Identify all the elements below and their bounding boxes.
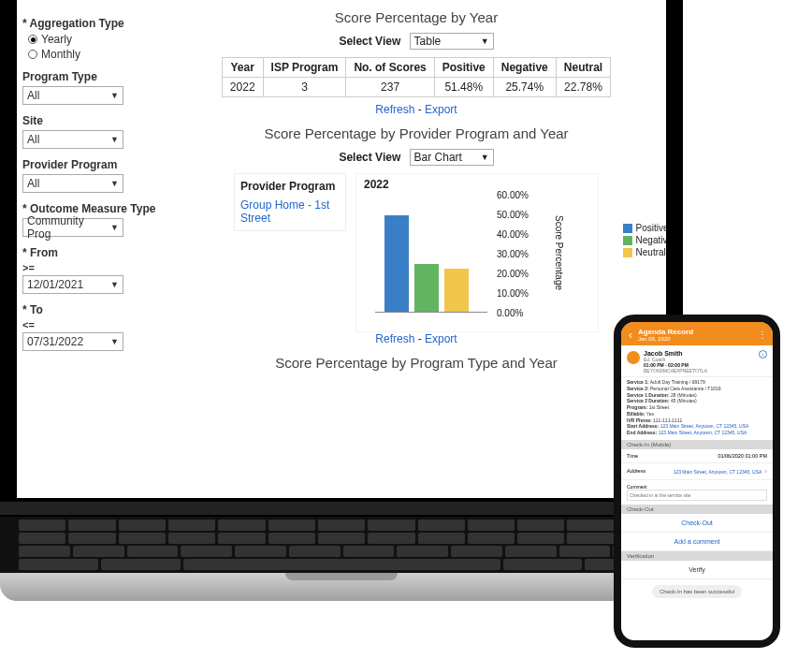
section1-title: Score Percentage by Year xyxy=(176,9,657,25)
y-tick: 40.00% xyxy=(497,229,529,240)
caret-down-icon: ▼ xyxy=(110,179,119,188)
select-view-label-1: Select View xyxy=(339,35,400,48)
provider-program-label: Provider Program xyxy=(22,158,161,171)
add-comment-button[interactable]: Add a comment xyxy=(621,533,773,551)
select-view-2[interactable]: Bar Chart ▼ xyxy=(410,149,494,166)
y-tick: 20.00% xyxy=(497,269,529,279)
program-type-select[interactable]: All ▼ xyxy=(22,86,123,105)
th-neutral[interactable]: Neutral xyxy=(556,58,610,78)
checkout-section-header: Check-Out xyxy=(621,505,773,514)
user-code: BEYONDMC4EXPNEETOTLA xyxy=(644,368,707,373)
to-date-input[interactable]: 07/31/2022 ▼ xyxy=(22,332,123,351)
to-label: * To xyxy=(22,303,161,316)
billable-val: Yes xyxy=(646,411,654,417)
ivr-val: 111-111-1111 xyxy=(653,417,682,423)
service2-val: Personal Care Assistance / T1019 xyxy=(650,386,721,391)
start-addr-key: Start Address: xyxy=(627,423,659,429)
bar-chart: 2022 60.00%50.00%40.00%30.00%20.00%10.00… xyxy=(355,173,599,332)
th-scores[interactable]: No. of Scores xyxy=(346,58,434,78)
verification-section-header: Verification xyxy=(621,551,773,561)
outcome-measure-select[interactable]: Community Prog ▼ xyxy=(22,218,123,237)
provider-program-link[interactable]: Group Home - 1st Street xyxy=(240,198,329,225)
legend-positive-label: Positive xyxy=(636,223,666,233)
dur2-key: Service 2 Duration: xyxy=(627,398,670,403)
legend-neutral: Neutral xyxy=(623,247,666,257)
laptop-screen: * Aggregation Type Yearly Monthly Progra… xyxy=(0,0,683,498)
provider-program-select[interactable]: All ▼ xyxy=(22,174,123,193)
export-link-1[interactable]: Export xyxy=(425,103,457,116)
legend-positive: Positive xyxy=(623,223,666,233)
site-value: All xyxy=(27,133,39,146)
checkout-button[interactable]: Check-Out xyxy=(621,514,773,533)
user-header: Jacob Smith Ed. Coach 01:00 PM - 02:00 P… xyxy=(621,345,773,377)
th-isp[interactable]: ISP Program xyxy=(263,58,346,78)
program-type-label: Program Type xyxy=(22,70,161,83)
table-row: 2022 3 237 51.48% 25.74% 22.78% xyxy=(222,78,610,97)
chevron-right-icon: › xyxy=(764,467,767,476)
phone-header: ‹ Agenda Record Jan 05, 2020 ⋮ xyxy=(621,322,773,345)
from-label: * From xyxy=(22,246,161,259)
bar-negative[interactable] xyxy=(414,264,439,312)
th-positive[interactable]: Positive xyxy=(434,58,493,78)
aggregation-yearly-radio[interactable]: Yearly xyxy=(28,33,161,46)
select-view-1[interactable]: Table ▼ xyxy=(410,33,494,50)
caret-down-icon: ▼ xyxy=(110,91,119,100)
score-table: Year ISP Program No. of Scores Positive … xyxy=(222,57,611,97)
comment-row: Comment xyxy=(621,480,773,505)
refresh-link-2[interactable]: Refresh xyxy=(375,332,414,345)
time-label: Time xyxy=(627,453,638,459)
verify-button[interactable]: Verify xyxy=(621,561,773,579)
program-key: Program: xyxy=(627,404,647,410)
report-main: Score Percentage by Year Select View Tab… xyxy=(167,0,666,498)
end-addr-val[interactable]: 123 Main Street, Anytown, CT 12345, USA xyxy=(659,430,747,435)
caret-down-icon: ▼ xyxy=(110,337,119,346)
from-date-input[interactable]: 12/01/2021 ▼ xyxy=(22,275,123,294)
select-view-1-value: Table xyxy=(414,35,442,48)
bar-neutral[interactable] xyxy=(444,269,469,312)
th-negative[interactable]: Negative xyxy=(493,58,556,78)
user-name: Jacob Smith xyxy=(644,350,707,357)
to-operator: <= xyxy=(22,319,161,330)
comment-input[interactable] xyxy=(627,490,767,501)
y-axis-label: Score Percentage xyxy=(553,215,563,290)
th-year[interactable]: Year xyxy=(222,58,263,78)
chart-legend: Positive Negative Neutral xyxy=(623,221,666,259)
provider-program-value: All xyxy=(27,177,39,190)
select-view-2-value: Bar Chart xyxy=(414,151,462,164)
legend-neutral-label: Neutral xyxy=(636,247,666,257)
legend-negative-label: Negative xyxy=(636,235,666,245)
swatch-negative-icon xyxy=(623,236,632,245)
bar-positive[interactable] xyxy=(384,215,409,312)
site-label: Site xyxy=(22,114,161,127)
aggregation-monthly-radio[interactable]: Monthly xyxy=(28,48,161,61)
end-addr-key: End Address: xyxy=(627,430,657,435)
td-positive: 51.48% xyxy=(434,78,493,97)
more-menu-icon[interactable]: ⋮ xyxy=(758,330,767,340)
y-tick: 60.00% xyxy=(497,190,529,200)
start-addr-val[interactable]: 123 Main Street, Anytown, CT 12345, USA xyxy=(660,423,749,429)
info-icon[interactable]: i xyxy=(759,350,767,359)
section2-title: Score Percentage by Provider Program and… xyxy=(176,125,657,141)
td-neutral: 22.78% xyxy=(556,78,610,97)
table-links-1: Refresh - Export xyxy=(176,103,657,116)
dur1-val: 28 (Minutes) xyxy=(671,392,697,398)
refresh-link-1[interactable]: Refresh xyxy=(375,103,414,116)
select-view-row-2: Select View Bar Chart ▼ xyxy=(176,149,657,166)
table-links-2: Refresh - Export xyxy=(176,332,657,345)
select-view-label-2: Select View xyxy=(339,151,400,164)
program-type-value: All xyxy=(27,89,39,102)
time-value: 01/06/2020 01:00 PM xyxy=(718,453,767,459)
link-separator: - xyxy=(418,332,425,345)
service1-key: Service 1: xyxy=(627,379,649,385)
service2-key: Service 2: xyxy=(627,386,649,391)
ivr-key: IVR Phone: xyxy=(627,417,652,423)
caret-down-icon: ▼ xyxy=(110,223,119,232)
from-date-value: 12/01/2021 xyxy=(27,278,83,291)
site-select[interactable]: All ▼ xyxy=(22,130,123,149)
aggregation-type-label: * Aggregation Type xyxy=(22,17,161,30)
checkin-address-row[interactable]: Address 123 Main Street, Anytown, CT 123… xyxy=(621,463,773,480)
section3-title: Score Percentage by Program Type and Yea… xyxy=(176,355,657,371)
export-link-2[interactable]: Export xyxy=(425,332,457,345)
td-negative: 25.74% xyxy=(493,78,556,97)
plot-area xyxy=(375,200,487,313)
